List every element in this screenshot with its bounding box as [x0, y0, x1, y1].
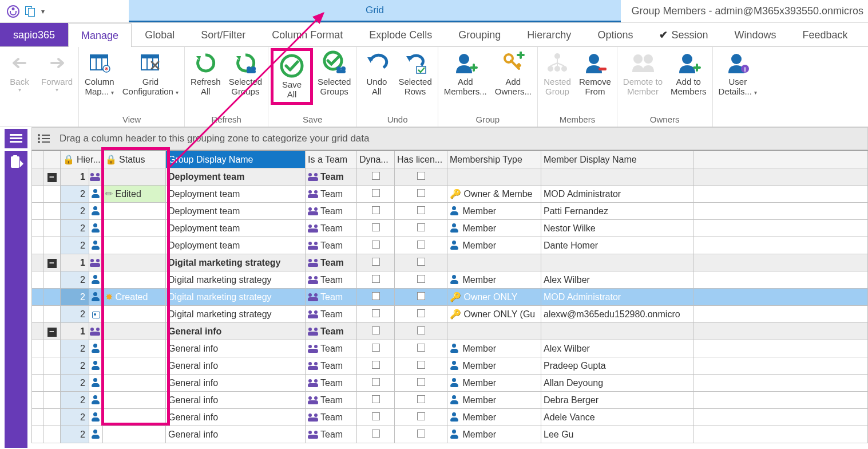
checkbox-icon[interactable] — [372, 430, 380, 438]
cell-license[interactable] — [395, 186, 447, 203]
table-row[interactable]: 2General infoTeam MemberAllan Deyoung — [32, 375, 868, 392]
checkbox-icon[interactable] — [417, 223, 425, 231]
row-gutter[interactable] — [32, 168, 43, 186]
row-gutter[interactable] — [32, 340, 43, 357]
cell-dynamic[interactable] — [357, 340, 395, 357]
checkbox-icon[interactable] — [372, 292, 380, 300]
save-selected-button[interactable]: Selected Groups — [314, 48, 354, 99]
table-row[interactable]: 2Digital marketing strategyTeam MemberAl… — [32, 271, 868, 289]
checkbox-icon[interactable] — [417, 395, 425, 403]
row-expand[interactable] — [43, 220, 61, 237]
cell-dynamic[interactable] — [357, 426, 395, 443]
row-expand[interactable] — [43, 237, 61, 254]
cell-license[interactable] — [395, 392, 447, 409]
user-details-button[interactable]: i User Details... ▾ — [715, 48, 761, 99]
row-gutter[interactable] — [32, 392, 43, 409]
cell-dynamic[interactable] — [357, 168, 395, 186]
cell-dynamic[interactable] — [357, 237, 395, 254]
row-gutter[interactable] — [32, 375, 43, 392]
table-row[interactable]: 2✎ EditedDeployment teamTeam🔑 Owner & Me… — [32, 186, 868, 203]
grouping-zone[interactable]: Drag a column header to this grouping zo… — [31, 127, 868, 150]
checkbox-icon[interactable] — [372, 189, 380, 197]
tab-manage[interactable]: Manage — [68, 23, 132, 47]
cell-license[interactable] — [395, 289, 447, 306]
cell-license[interactable] — [395, 357, 447, 375]
row-expand[interactable] — [43, 271, 61, 289]
cell-dynamic[interactable] — [357, 306, 395, 323]
row-gutter[interactable] — [32, 237, 43, 254]
checkbox-icon[interactable] — [372, 241, 380, 249]
collapse-icon[interactable]: − — [47, 173, 57, 182]
tab-column-format[interactable]: Column Format — [259, 23, 356, 46]
tab-windows[interactable]: Windows — [721, 23, 789, 46]
cell-dynamic[interactable] — [357, 357, 395, 375]
row-expand[interactable] — [43, 340, 61, 357]
remove-from-button[interactable]: Remove From — [576, 48, 615, 99]
cell-license[interactable] — [395, 323, 447, 340]
checkbox-icon[interactable] — [372, 326, 380, 334]
table-row[interactable]: 2General infoTeam MemberLee Gu — [32, 426, 868, 443]
row-expand[interactable] — [43, 409, 61, 426]
tab-feedback[interactable]: Feedback — [790, 23, 861, 46]
cell-license[interactable] — [395, 203, 447, 220]
checkbox-icon[interactable] — [372, 275, 380, 283]
cell-dynamic[interactable] — [357, 220, 395, 237]
row-expand[interactable]: − — [43, 323, 61, 340]
checkbox-icon[interactable] — [372, 172, 380, 180]
checkbox-icon[interactable] — [417, 189, 425, 197]
cell-license[interactable] — [395, 340, 447, 357]
context-tab-grid[interactable]: Grid — [129, 0, 621, 22]
row-expand[interactable]: − — [43, 168, 61, 186]
cell-license[interactable] — [395, 306, 447, 323]
tab-grouping[interactable]: Grouping — [445, 23, 514, 46]
checkbox-icon[interactable] — [417, 430, 425, 438]
row-gutter[interactable] — [32, 186, 43, 203]
refresh-selected-button[interactable]: Selected Groups — [225, 48, 265, 99]
tab-app[interactable]: sapio365 — [0, 23, 68, 46]
checkbox-icon[interactable] — [372, 344, 380, 352]
cell-dynamic[interactable] — [357, 375, 395, 392]
row-gutter[interactable] — [32, 289, 43, 306]
row-gutter[interactable] — [32, 323, 43, 340]
checkbox-icon[interactable] — [417, 275, 425, 283]
col-hier[interactable]: 🔒Hier... — [61, 151, 103, 168]
view-lines-button[interactable] — [5, 129, 27, 148]
cell-license[interactable] — [395, 168, 447, 186]
data-grid[interactable]: 🔒Hier... 🔒Status Group Display Name Is a… — [31, 150, 868, 443]
cell-license[interactable] — [395, 426, 447, 443]
accessibility-icon[interactable] — [7, 5, 19, 18]
tab-explode-cells[interactable]: Explode Cells — [356, 23, 445, 46]
col-membership-type[interactable]: Membership Type — [447, 151, 541, 168]
table-row[interactable]: 2General infoTeam MemberAdele Vance — [32, 409, 868, 426]
cell-license[interactable] — [395, 271, 447, 289]
col-expand[interactable] — [43, 151, 61, 168]
col-member-display-name[interactable]: Member Display Name — [541, 151, 693, 168]
cell-dynamic[interactable] — [357, 203, 395, 220]
undo-selected-button[interactable]: Selected Rows — [395, 48, 435, 99]
table-row[interactable]: 2General infoTeam MemberDebra Berger — [32, 392, 868, 409]
checkbox-icon[interactable] — [417, 361, 425, 369]
cell-license[interactable] — [395, 237, 447, 254]
cell-dynamic[interactable] — [357, 186, 395, 203]
table-row[interactable]: 2General infoTeam MemberAlex Wilber — [32, 340, 868, 357]
checkbox-icon[interactable] — [372, 258, 380, 266]
col-has-license[interactable]: Has licen... — [395, 151, 447, 168]
table-row[interactable]: 2Deployment teamTeam MemberDante Homer — [32, 237, 868, 254]
group-row[interactable]: −1Digital marketing strategyTeam — [32, 254, 868, 271]
collapse-icon[interactable]: − — [47, 328, 57, 337]
undo-all-button[interactable]: Undo All — [359, 48, 394, 99]
checkbox-icon[interactable] — [372, 378, 380, 386]
col-group-display-name[interactable]: Group Display Name — [166, 151, 306, 168]
clipboard-button[interactable] — [5, 151, 27, 448]
cell-dynamic[interactable] — [357, 409, 395, 426]
grid-config-button[interactable]: Grid Configuration ▾ — [119, 48, 182, 99]
tab-options[interactable]: Options — [584, 23, 646, 46]
cell-dynamic[interactable] — [357, 254, 395, 271]
column-map-button[interactable]: Column Map... ▾ — [81, 48, 118, 99]
checkbox-icon[interactable] — [417, 378, 425, 386]
checkbox-icon[interactable] — [417, 412, 425, 420]
table-row[interactable]: 2General infoTeam MemberPradeep Gupta — [32, 357, 868, 375]
row-expand[interactable] — [43, 306, 61, 323]
row-gutter[interactable] — [32, 254, 43, 271]
row-gutter[interactable] — [32, 409, 43, 426]
